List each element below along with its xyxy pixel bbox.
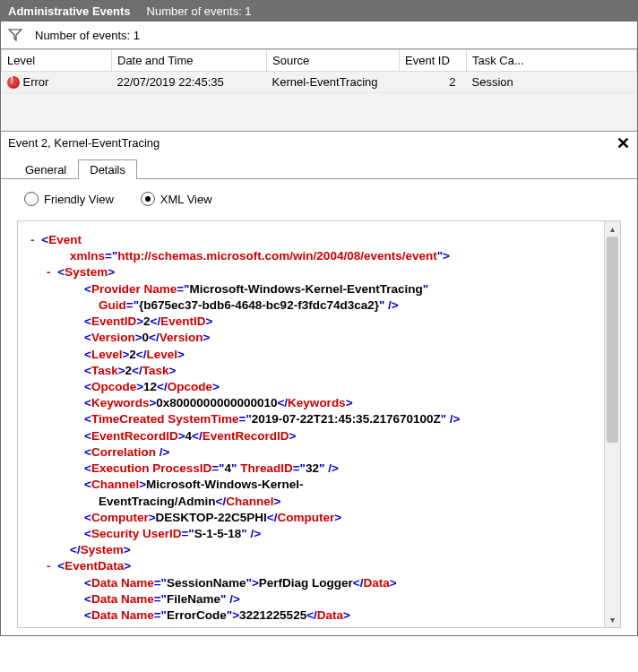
- filter-icon[interactable]: [8, 28, 22, 42]
- cell-level: Error: [23, 75, 49, 89]
- event-table: Level Date and Time Source Event ID Task…: [1, 49, 637, 131]
- vertical-scrollbar[interactable]: ▴ ▾: [604, 221, 620, 627]
- radio-xml-view[interactable]: XML View: [141, 192, 212, 206]
- xml-area[interactable]: - <Event xmlns="http://schemas.microsoft…: [18, 221, 604, 627]
- col-taskcat[interactable]: Task Ca...: [467, 50, 637, 72]
- radio-friendly-view[interactable]: Friendly View: [24, 192, 114, 206]
- col-source[interactable]: Source: [267, 50, 400, 72]
- error-icon: [7, 76, 20, 89]
- cell-datetime: 22/07/2019 22:45:35: [112, 72, 267, 93]
- filter-bar-count: Number of events: 1: [35, 29, 140, 42]
- tab-details[interactable]: Details: [78, 159, 137, 179]
- collapse-toggle[interactable]: -: [30, 233, 39, 246]
- table-row[interactable]: Error 22/07/2019 22:45:35 Kernel-EventTr…: [2, 72, 637, 93]
- cell-taskcat: Session: [467, 72, 637, 93]
- radio-friendly-label: Friendly View: [44, 193, 114, 206]
- cell-eventid: 2: [400, 72, 467, 93]
- view-radios: Friendly View XML View: [17, 190, 621, 220]
- title-bar: Administrative Events Number of events: …: [1, 1, 637, 22]
- col-level[interactable]: Level: [2, 50, 112, 72]
- tab-body: Friendly View XML View - <Event xmlns="h…: [1, 179, 637, 635]
- scroll-up-icon[interactable]: ▴: [605, 221, 620, 237]
- table-header-row: Level Date and Time Source Event ID Task…: [2, 50, 637, 72]
- tab-general[interactable]: General: [13, 159, 78, 179]
- cell-source: Kernel-EventTracing: [267, 72, 400, 93]
- scroll-down-icon[interactable]: ▾: [605, 612, 620, 627]
- col-datetime[interactable]: Date and Time: [112, 50, 267, 72]
- radio-icon: [24, 192, 39, 206]
- collapse-toggle[interactable]: -: [47, 559, 55, 573]
- close-icon[interactable]: ✕: [616, 137, 630, 150]
- scrollbar-thumb[interactable]: [607, 237, 618, 443]
- event-viewer-window: Administrative Events Number of events: …: [0, 0, 638, 636]
- detail-header: Event 2, Kernel-EventTracing ✕: [1, 131, 637, 154]
- radio-xml-label: XML View: [160, 193, 212, 206]
- tabstrip: General Details: [1, 154, 637, 179]
- collapse-toggle[interactable]: -: [47, 265, 55, 279]
- filter-bar: Number of events: 1: [1, 22, 637, 49]
- detail-title: Event 2, Kernel-EventTracing: [8, 136, 160, 150]
- scrollbar-track[interactable]: [605, 237, 620, 612]
- title-bar-primary: Administrative Events: [8, 4, 131, 18]
- radio-icon: [141, 192, 155, 206]
- title-bar-count: Number of events: 1: [147, 4, 252, 18]
- xml-area-wrap: - <Event xmlns="http://schemas.microsoft…: [17, 220, 621, 628]
- col-eventid[interactable]: Event ID: [400, 50, 467, 72]
